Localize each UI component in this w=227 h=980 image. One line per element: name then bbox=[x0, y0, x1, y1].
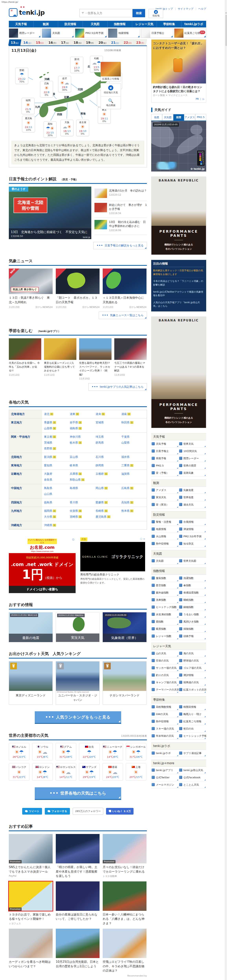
sidebar-nav-link[interactable]: 霜指数 bbox=[151, 618, 179, 625]
news-more-link[interactable]: •••気象ニュース一覧はこちら bbox=[99, 312, 147, 319]
prefecture-link[interactable]: 鹿児島県注 bbox=[94, 514, 120, 520]
prefecture-link[interactable]: 佐賀県注 bbox=[69, 508, 94, 514]
sidebar-nav-link[interactable]: 紫外線指数 bbox=[151, 589, 179, 597]
date-tab[interactable]: 19(木) bbox=[84, 40, 97, 46]
sidebar-nav-link[interactable]: 過去天気 bbox=[179, 501, 206, 508]
world-more-button[interactable]: •••世界各地の天気はこちら bbox=[35, 788, 121, 800]
featured-item[interactable]: 人気の山の天気予報アプリ「tenki.jp登山天気」はこちら bbox=[153, 299, 204, 310]
city-forecast-card[interactable]: 名古屋 19/10 0% bbox=[76, 120, 89, 136]
news-card[interactable]: NEW 気温上昇 寒さ和らぐ １３日：気温↑寒さ和らぐ 東北～九州晴れ 11月1… bbox=[9, 269, 53, 309]
sidebar-nav-link[interactable]: 掃除指数 bbox=[179, 625, 206, 633]
sidebar-nav-link[interactable]: 洗濯指数 bbox=[179, 575, 206, 582]
search-input[interactable] bbox=[80, 9, 133, 17]
sidebar-nav-link[interactable]: 世界の雨雲 bbox=[179, 462, 206, 469]
supple-card[interactable]: 北見の玉ねぎを全国へ。今年も「玉ねぎ列車」が走る!! 11月12日 bbox=[9, 338, 41, 380]
nav-item[interactable]: 天気予報 bbox=[9, 21, 34, 27]
prefecture-link[interactable]: 静岡県 bbox=[94, 463, 120, 468]
prefecture-link[interactable]: 岡山県注 bbox=[94, 485, 120, 491]
sidebar-nav-link[interactable]: ヒートテック指数 bbox=[151, 604, 179, 611]
prefecture-link[interactable]: 岐阜県 bbox=[69, 463, 94, 468]
nav-item[interactable]: 天気図 bbox=[83, 21, 108, 27]
sidebar-nav-link[interactable]: 日直予報士 bbox=[151, 448, 179, 455]
sidebar-nav-link[interactable]: 洗車指数 bbox=[151, 597, 179, 604]
sidebar-nav-link[interactable]: 梅雨入り・明け bbox=[179, 711, 206, 718]
city-forecast-card[interactable]: 東京 19/11 0% bbox=[98, 107, 111, 124]
sidebar-nav-link[interactable]: 公式Twitter bbox=[151, 774, 179, 781]
news-card[interactable]: ＜１３日天気＞日本海側中心に天気崩れる 11月12日日テレNEWS24 bbox=[103, 269, 147, 309]
sidebar-nav-link[interactable]: 熱中症情報 bbox=[151, 540, 179, 547]
prefecture-link[interactable]: 栃木県注 bbox=[69, 440, 94, 446]
article-card[interactable]: Promoted SNS上でかんたんに決済！個人でもできるスマホ決済ツール Pa… bbox=[9, 834, 53, 878]
prefecture-link[interactable]: 山形県注 bbox=[43, 425, 69, 431]
date-tab[interactable]: 13(金) bbox=[8, 40, 21, 46]
article-card[interactable]: 自分の星座は誕生日に見られないって、ご存じでしたか？ bbox=[56, 881, 99, 926]
sidebar-nav-link[interactable]: PM2.5分布予測 bbox=[179, 533, 206, 540]
gorilla-clinic-ad[interactable]: 広告ⓘ ✕ GORILLA CLINIC ゴリラクリニック 男性専門の総合美容ク… bbox=[80, 538, 145, 593]
prefecture-link[interactable]: 鳥取県 bbox=[43, 485, 69, 491]
sidebar-nav-link[interactable]: ゴルフ場の天気 bbox=[179, 665, 206, 672]
recommend-card[interactable]: 2020年11月13日 9時42分頃 最新の地震 bbox=[9, 612, 53, 642]
forecaster-main-article[interactable]: 雲のようす 北海道～北陸雨や雷雨 13日 北海道から北陸に前線近づく 不安定な天… bbox=[9, 186, 91, 239]
prefecture-link[interactable]: 道北注 bbox=[43, 411, 69, 417]
world-city-card[interactable]: ロンドン 14℃/8℃ bbox=[32, 763, 53, 781]
world-city-card[interactable]: ニューヨーク 14℃/9℃ bbox=[102, 743, 123, 760]
sidebar-nav-link[interactable]: スキー場の天気 bbox=[151, 725, 179, 732]
prefecture-link[interactable]: 大阪府 bbox=[43, 471, 69, 477]
sidebar-nav-link[interactable]: 花粉飛散情報 bbox=[151, 703, 179, 711]
sidebar-nav-link[interactable]: 10日間天気 bbox=[179, 448, 206, 455]
scrollbar-thumb[interactable] bbox=[225, 15, 227, 46]
recommend-card[interactable]: 2020年11月13日 09時00分 実況天気 bbox=[56, 612, 99, 642]
prefecture-link[interactable]: 千葉県 bbox=[120, 434, 146, 440]
ad-controls[interactable]: ⓘ ✕ bbox=[140, 538, 145, 541]
scrollbar[interactable]: ▲ bbox=[225, 0, 227, 980]
prefecture-link[interactable]: 大分県注 bbox=[43, 514, 69, 520]
prefecture-link[interactable]: 東京都注 bbox=[43, 434, 69, 440]
point-search[interactable]: 🔍 地点検索 bbox=[101, 96, 121, 109]
prefecture-link[interactable]: 兵庫県注 bbox=[69, 471, 94, 477]
prefecture-link[interactable]: 愛知県 bbox=[43, 463, 69, 468]
sidebar-nav-link[interactable]: メールマガジン bbox=[151, 781, 179, 789]
sidebar-nav-link[interactable]: 水道凍結指数 bbox=[151, 611, 179, 618]
sidebar-nav-link[interactable]: 競馬場の天気 bbox=[179, 679, 206, 686]
article-card[interactable]: Promoted トヨタのお店で、家族で楽しめる様々なイベント開催中！ トヨフェ… bbox=[9, 881, 53, 926]
date-tab[interactable]: 18(水) bbox=[71, 40, 84, 46]
sidebar-nav-link[interactable]: 熱中症情報 bbox=[151, 718, 179, 725]
sidebar-nav-link[interactable]: 実況天気 bbox=[151, 494, 179, 501]
sidebar-nav-link[interactable]: 公式Facebook bbox=[179, 774, 206, 781]
sidebar-nav-link[interactable]: 鍋物指数 bbox=[179, 604, 206, 611]
supple-card[interactable]: 七五三での両親の服装にマナーはある？4つの基本を解説 11月10日 bbox=[114, 338, 147, 380]
sidebar-nav-link[interactable]: 海の天気 bbox=[179, 650, 206, 657]
sidebar-nav-link[interactable]: 天気図 bbox=[151, 557, 179, 565]
sidebar-nav-link[interactable]: サプリ過去記事 bbox=[179, 750, 206, 757]
sidebar-nav-link[interactable]: 体感温度指数 bbox=[179, 589, 206, 597]
date-tab[interactable]: 16(月) bbox=[46, 40, 59, 46]
sidebar-nav-link[interactable]: 世界天気図 bbox=[179, 557, 206, 565]
sidebar-nav-link[interactable]: 警報・注意報 bbox=[151, 519, 179, 526]
sidebar-nav-link[interactable]: 紅葉スポットの天気 bbox=[179, 686, 206, 694]
date-tab[interactable]: 15(日) bbox=[34, 40, 46, 46]
article-card[interactable]: 空飛ぶエビフライ!?秋の日差しの中、キラめき翔ぶ不思議生物の正体は？ bbox=[103, 929, 147, 973]
sidebar-nav-link[interactable]: 世界衛星 bbox=[179, 494, 206, 501]
prefecture-link[interactable]: 愛媛県注 bbox=[94, 500, 120, 506]
current-location-button[interactable]: 現在地 bbox=[149, 9, 163, 18]
world-city-card[interactable]: ホノルル 26℃/23℃ bbox=[9, 743, 29, 760]
sidebar-nav-link[interactable]: 山の天気 bbox=[151, 650, 179, 657]
sidebar-nav-link[interactable]: うるおい指数 bbox=[179, 611, 206, 618]
prefecture-link[interactable]: 茨城県 bbox=[43, 440, 69, 446]
prefecture-link[interactable]: 福井県 bbox=[120, 454, 146, 460]
prefecture-link[interactable]: 熊本県注 bbox=[120, 508, 146, 514]
prefecture-link[interactable]: 和歌山県注 bbox=[69, 477, 94, 483]
sidebar-nav-link[interactable]: 空港の天気 bbox=[151, 657, 179, 665]
banana-republic-ad-2[interactable]: BANANA REPUBLIC PERFORMANCE PANTS 機能的でトレ… bbox=[151, 317, 206, 428]
prefecture-link[interactable]: 宮崎県注 bbox=[69, 514, 94, 520]
sidebar-nav-link[interactable]: 傘指数 bbox=[179, 582, 206, 589]
banana-republic-ad-1[interactable]: BANANA REPUBLIC PERFORMANCE PANTS 機能的でトレ… bbox=[151, 177, 206, 255]
prefecture-link[interactable]: 京都府注 bbox=[94, 471, 120, 477]
article-card[interactable]: 日本一多い！八幡神社にまつられる「八幡さま」は、どんな神さま？ bbox=[103, 881, 147, 926]
sidebar-nav-link[interactable]: 野球場の天気 bbox=[179, 657, 206, 665]
nav-item[interactable]: 観測 bbox=[34, 21, 58, 27]
prefecture-link[interactable]: 滋賀県 bbox=[120, 471, 146, 477]
prefecture-link[interactable]: 埼玉県 bbox=[94, 434, 120, 440]
sidebar-nav-link[interactable]: 台風情報 bbox=[179, 519, 206, 526]
prefecture-link[interactable]: 山口県 bbox=[43, 491, 69, 497]
